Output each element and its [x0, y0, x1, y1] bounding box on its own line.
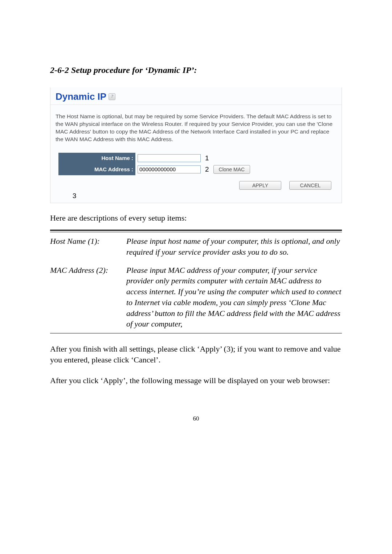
panel-description: The Host Name is optional, but may be re… — [50, 105, 342, 150]
paragraph-2: After you click ‘Apply’, the following m… — [50, 375, 342, 386]
apply-button[interactable]: APPLY — [239, 181, 281, 190]
cancel-button[interactable]: CANCEL — [289, 181, 331, 190]
clone-mac-button[interactable]: Clone MAC — [213, 165, 250, 174]
marker-1: 1 — [203, 153, 211, 164]
panel-title: Dynamic IP — [56, 91, 106, 102]
page-number: 60 — [50, 415, 342, 422]
mac-address-input[interactable] — [138, 165, 201, 173]
dynamic-ip-panel: Dynamic IP ? The Host Name is optional, … — [50, 87, 342, 203]
marker-2: 2 — [203, 164, 211, 175]
action-button-row: APPLY CANCEL — [50, 175, 342, 192]
mac-address-label: MAC Address : — [58, 164, 135, 175]
section-heading: 2-6-2 Setup procedure for ‘Dynamic IP’: — [50, 65, 342, 75]
desc-row1-label: Host Name (1): — [50, 232, 126, 261]
settings-form: Host Name : 1 MAC Address : 2 Clone MAC — [58, 153, 252, 175]
panel-header: Dynamic IP ? — [50, 87, 342, 105]
host-name-input[interactable] — [138, 154, 201, 162]
paragraph-1: After you finish with all settings, plea… — [50, 344, 342, 365]
host-name-label: Host Name : — [58, 153, 135, 164]
desc-row1-text: Please input host name of your computer,… — [126, 232, 342, 261]
desc-row2-text: Please input MAC address of your compute… — [126, 261, 342, 333]
marker-3: 3 — [50, 192, 98, 203]
help-icon[interactable]: ? — [109, 93, 115, 100]
description-table: Host Name (1): Please input host name of… — [50, 230, 342, 333]
intro-line: Here are descriptions of every setup ite… — [50, 213, 342, 223]
desc-row2-label: MAC Address (2): — [50, 261, 126, 333]
